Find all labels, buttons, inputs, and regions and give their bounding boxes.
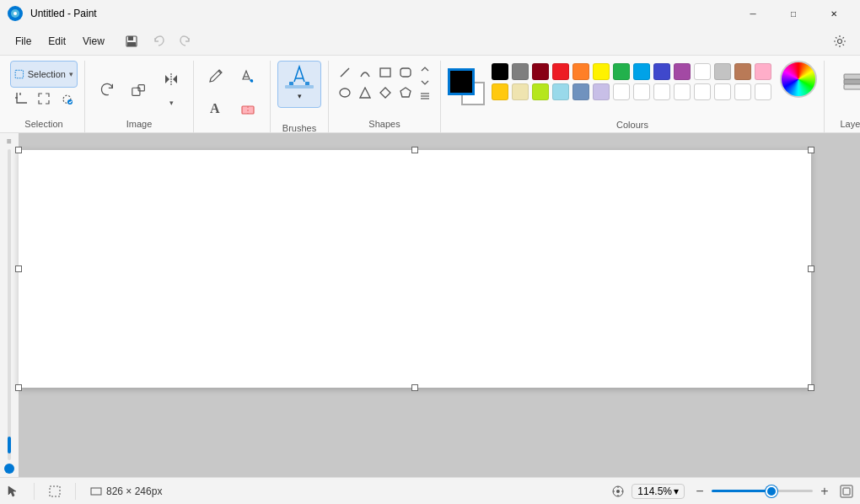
redo-button[interactable] <box>174 29 197 53</box>
swatch-lime[interactable] <box>532 83 549 100</box>
swatch-red[interactable] <box>552 63 569 80</box>
canvas-area[interactable]: ≡ <box>0 133 860 477</box>
eraser-button[interactable] <box>233 93 263 123</box>
canvas-content[interactable] <box>19 150 811 388</box>
menu-view[interactable]: View <box>74 32 113 51</box>
swatch-orange[interactable] <box>572 63 589 80</box>
resize-button[interactable] <box>124 70 154 110</box>
zoom-slider-container: − + <box>691 483 833 500</box>
handle-bottom-middle[interactable] <box>411 384 418 391</box>
svg-point-2 <box>13 12 17 15</box>
shapes-dropdown[interactable] <box>417 89 433 103</box>
shape-curve[interactable] <box>356 63 374 82</box>
swatch-darkred[interactable] <box>532 63 549 80</box>
swatch-yellow[interactable] <box>593 63 610 80</box>
svg-point-45 <box>616 490 620 493</box>
undo-button[interactable] <box>147 29 170 53</box>
status-left: 826 × 246px <box>7 483 162 500</box>
zoom-out-button[interactable]: − <box>691 483 708 500</box>
swatch-pink[interactable] <box>755 63 771 80</box>
title-controls: ─ □ ✕ <box>734 0 853 27</box>
color1-box[interactable] <box>448 68 475 95</box>
selection-label: Selection <box>24 119 62 132</box>
swatch-lightblue[interactable] <box>552 83 569 100</box>
swatch-hollow-3[interactable] <box>653 83 670 100</box>
spectrum-container <box>780 61 817 120</box>
canvas-wrapper <box>19 150 860 477</box>
swatch-lightgray[interactable] <box>714 63 731 80</box>
text-button[interactable]: A <box>201 93 231 123</box>
fit-to-window-button[interactable] <box>840 485 853 498</box>
close-button[interactable]: ✕ <box>814 0 853 27</box>
color-wheel-button[interactable] <box>780 61 817 98</box>
pencil-button[interactable] <box>201 61 231 91</box>
crop-button[interactable] <box>10 88 31 109</box>
swatch-gray[interactable] <box>512 63 529 80</box>
shape-rounded-rect[interactable] <box>396 63 415 82</box>
shape-diamond[interactable] <box>376 83 395 102</box>
handle-top-right[interactable] <box>808 147 814 153</box>
handle-bottom-right[interactable] <box>808 384 814 391</box>
shape-rect[interactable] <box>376 63 395 82</box>
swatch-slateblue[interactable] <box>572 83 589 100</box>
rotate-button[interactable] <box>92 70 122 110</box>
image-dropdown-button[interactable]: ▾ <box>156 93 186 113</box>
swatch-brown[interactable] <box>734 63 751 80</box>
swatch-blue[interactable] <box>653 63 670 80</box>
minimize-button[interactable]: ─ <box>734 0 772 27</box>
colours-label: Colours <box>616 120 648 133</box>
svg-point-6 <box>838 39 842 43</box>
shapes-scroll-up[interactable] <box>417 62 433 76</box>
swatch-cream[interactable] <box>512 83 529 100</box>
tools-group: A + <box>194 61 271 132</box>
swatch-hollow-8[interactable] <box>755 83 771 100</box>
shape-ellipse[interactable] <box>336 83 354 102</box>
dimensions-text: 826 × 246px <box>106 485 162 497</box>
shape-line[interactable] <box>336 63 354 82</box>
shape-pentagon[interactable] <box>396 83 415 102</box>
swatch-hollow-7[interactable] <box>734 83 751 100</box>
save-button[interactable] <box>120 29 143 53</box>
scroll-dot[interactable] <box>4 464 14 474</box>
svg-rect-43 <box>91 488 101 495</box>
zoom-in-button[interactable]: + <box>816 483 833 500</box>
handle-top-middle[interactable] <box>411 147 418 153</box>
swatch-hollow-5[interactable] <box>694 83 711 100</box>
fill-button[interactable] <box>233 61 263 91</box>
swatch-white[interactable] <box>694 63 711 80</box>
menu-edit[interactable]: Edit <box>40 32 74 51</box>
menu-file[interactable]: File <box>7 32 40 51</box>
left-panel: ≡ <box>0 133 19 477</box>
freeform-select-button[interactable] <box>56 88 78 109</box>
svg-marker-41 <box>8 486 16 496</box>
flip-h-button[interactable] <box>156 67 186 91</box>
maximize-button[interactable]: □ <box>774 0 813 27</box>
layers-button[interactable] <box>834 62 860 103</box>
handle-top-left[interactable] <box>15 147 22 153</box>
shapes-scroll-down[interactable] <box>417 76 433 89</box>
scroll-track[interactable] <box>8 149 11 460</box>
swatch-green[interactable] <box>613 63 630 80</box>
handle-bottom-left[interactable] <box>15 384 22 391</box>
color-selector[interactable] <box>448 68 485 105</box>
swatch-purple[interactable] <box>674 63 691 80</box>
zoom-slider[interactable] <box>712 490 813 492</box>
brushes-main-button[interactable]: ▾ <box>277 61 321 108</box>
settings-button[interactable] <box>826 28 853 55</box>
selection-main-button[interactable]: Selection ▾ <box>10 61 78 88</box>
swatch-gold[interactable] <box>492 83 508 100</box>
zoom-dropdown-arrow[interactable]: ▾ <box>674 485 679 497</box>
swatch-hollow-6[interactable] <box>714 83 731 100</box>
zoom-percent-box[interactable]: 114.5% ▾ <box>632 484 685 499</box>
select-all-button[interactable] <box>33 88 54 109</box>
swatch-cyan[interactable] <box>633 63 650 80</box>
shape-triangle[interactable] <box>356 83 374 102</box>
swatch-hollow-1[interactable] <box>613 83 630 100</box>
swatch-hollow-2[interactable] <box>633 83 650 100</box>
swatch-black[interactable] <box>492 63 508 80</box>
swatch-hollow-4[interactable] <box>674 83 691 100</box>
handle-middle-left[interactable] <box>15 265 22 272</box>
swatch-lavender[interactable] <box>593 83 610 100</box>
svg-point-8 <box>67 99 73 105</box>
handle-middle-right[interactable] <box>808 265 814 272</box>
